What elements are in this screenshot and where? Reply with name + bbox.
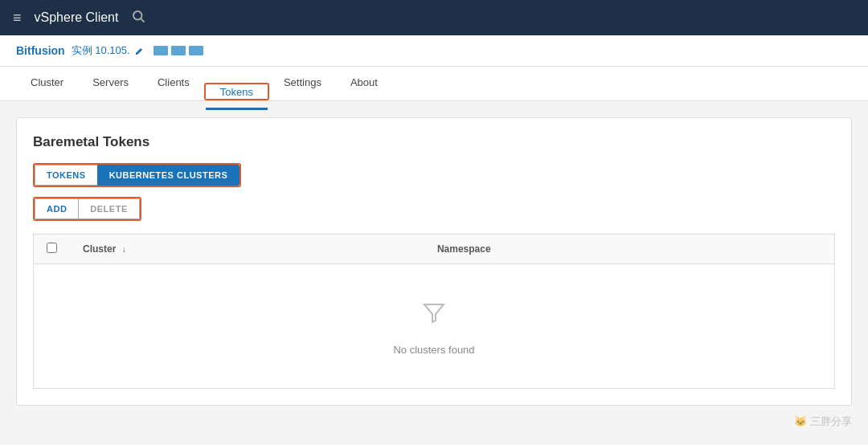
app-title: vSphere Client bbox=[35, 10, 119, 25]
tab-tokens-wrapper: Tokens bbox=[204, 83, 269, 100]
breadcrumb-instance: 实例 10.105. bbox=[72, 43, 145, 58]
edit-icon bbox=[134, 47, 144, 56]
sub-tab-tokens[interactable]: TOKENS bbox=[35, 165, 97, 186]
table-header-row: Cluster ↓ Namespace bbox=[34, 235, 835, 264]
funnel-icon bbox=[418, 296, 450, 329]
search-icon[interactable] bbox=[131, 9, 145, 27]
status-icon-3 bbox=[189, 46, 203, 55]
empty-icon bbox=[50, 296, 818, 336]
breadcrumb-status-icons bbox=[154, 46, 203, 55]
tab-tokens[interactable]: Tokens bbox=[206, 76, 268, 110]
status-icon-1 bbox=[154, 46, 168, 55]
table-col-namespace: Namespace bbox=[424, 235, 835, 264]
sub-tabs-wrapper: TOKENS KUBERNETES CLUSTERS bbox=[33, 163, 241, 187]
tab-about[interactable]: About bbox=[336, 67, 392, 100]
tab-settings[interactable]: Settings bbox=[269, 67, 336, 100]
select-all-checkbox[interactable] bbox=[47, 243, 57, 253]
delete-button[interactable]: DELETE bbox=[78, 198, 139, 219]
menu-icon[interactable]: ≡ bbox=[13, 10, 22, 27]
breadcrumb-bar: Bitfusion 实例 10.105. bbox=[0, 35, 868, 67]
table-col-checkbox bbox=[34, 235, 71, 264]
tab-bar: Cluster Servers Clients Tokens Settings … bbox=[0, 67, 868, 101]
sub-tab-kubernetes[interactable]: KUBERNETES CLUSTERS bbox=[97, 165, 240, 186]
action-row-wrapper: ADD DELETE bbox=[33, 197, 141, 221]
empty-message: No clusters found bbox=[50, 344, 818, 356]
tab-servers[interactable]: Servers bbox=[78, 67, 143, 100]
svg-point-0 bbox=[133, 11, 142, 20]
breadcrumb-appname: Bitfusion bbox=[16, 44, 65, 57]
table-empty-row: No clusters found bbox=[34, 264, 835, 389]
svg-line-1 bbox=[141, 18, 145, 22]
watermark: 🐱 三胖分享 bbox=[794, 414, 852, 422]
baremetal-tokens-card: Baremetal Tokens TOKENS KUBERNETES CLUST… bbox=[16, 117, 852, 406]
clusters-table: Cluster ↓ Namespace bbox=[33, 234, 835, 389]
tab-cluster[interactable]: Cluster bbox=[16, 67, 78, 100]
navbar: ≡ vSphere Client bbox=[0, 0, 868, 35]
add-button[interactable]: ADD bbox=[35, 198, 78, 219]
card-title: Baremetal Tokens bbox=[33, 134, 835, 150]
table-col-cluster: Cluster ↓ bbox=[70, 235, 424, 264]
sort-icon-cluster[interactable]: ↓ bbox=[122, 245, 126, 254]
main-content: Baremetal Tokens TOKENS KUBERNETES CLUST… bbox=[0, 101, 868, 422]
status-icon-2 bbox=[171, 46, 186, 55]
tab-clients[interactable]: Clients bbox=[143, 67, 204, 100]
empty-state: No clusters found bbox=[34, 264, 834, 388]
